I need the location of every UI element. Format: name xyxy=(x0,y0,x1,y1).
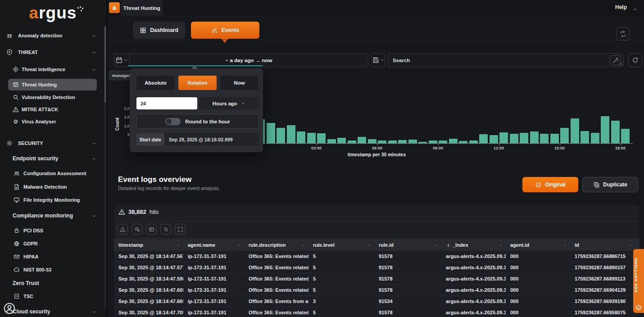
tab-events[interactable]: Events xyxy=(191,22,259,39)
histogram-bar[interactable] xyxy=(591,133,599,143)
sidebar-item-cloud-security[interactable]: Cloud security xyxy=(0,306,107,317)
histogram-bar[interactable] xyxy=(571,118,579,143)
relative-unit-select[interactable]: Hours ago xyxy=(199,97,259,109)
sidebar-scrollbar-thumb[interactable] xyxy=(104,26,106,103)
histogram-bar[interactable] xyxy=(449,139,458,143)
table-cell: 1759236287.66939190 xyxy=(570,299,635,304)
table-cell: ip-172-31-37-191 xyxy=(183,276,244,281)
histogram-bar[interactable] xyxy=(560,128,569,143)
date-tab-relative[interactable]: Relative xyxy=(178,76,217,90)
sidebar-item-pci-dss[interactable]: PCI DSS xyxy=(0,225,107,236)
resize-grip[interactable] xyxy=(619,63,623,66)
topbar-tab-threat-hunting[interactable]: Threat Hunting xyxy=(121,0,163,16)
histogram-bar[interactable] xyxy=(530,131,539,143)
sidebar-item-file-integrity-monitoring[interactable]: File Integrity Monitoring xyxy=(0,194,107,206)
histogram-bar[interactable] xyxy=(601,116,609,143)
sidebar-item-compliance-monitoring[interactable]: Compliance monitoring xyxy=(0,210,107,222)
histogram-bar[interactable] xyxy=(540,134,549,143)
sidebar-item-threat-hunting[interactable]: Threat Hunting xyxy=(8,79,97,91)
sidebar-item-endpoint-security[interactable]: Endpoint security xyxy=(0,153,107,164)
sidebar-item-hipaa[interactable]: HIPAA xyxy=(0,251,107,263)
table-row[interactable]: Sep 30, 2025 @ 18:14:47.598ip-172-31-37-… xyxy=(114,273,639,285)
column-header-index[interactable]: _Index xyxy=(441,242,506,248)
search-input[interactable] xyxy=(388,54,623,67)
table-cell: 000 xyxy=(506,265,570,270)
saved-query-button[interactable] xyxy=(372,53,385,67)
histogram-bar[interactable] xyxy=(297,131,305,143)
sidebar-item-vulnerability-detection[interactable]: Vulnerability Detection xyxy=(0,91,107,103)
search-bar xyxy=(388,53,624,67)
table-row[interactable]: Sep 30, 2025 @ 18:14:47.567ip-172-31-37-… xyxy=(114,251,639,262)
histogram-bar[interactable] xyxy=(479,134,488,143)
histogram-bar[interactable] xyxy=(317,133,326,143)
refresh-button[interactable] xyxy=(628,53,642,67)
logo-dots-decoration xyxy=(77,7,79,9)
histogram-bar[interactable] xyxy=(490,135,498,143)
column-header-id[interactable]: id xyxy=(570,242,635,248)
histogram-bar[interactable] xyxy=(327,139,336,143)
date-range-text[interactable]: ~ a day ago → now xyxy=(130,58,368,63)
histogram-bar[interactable] xyxy=(510,134,518,144)
user-avatar-icon[interactable] xyxy=(3,302,16,315)
histogram-bar[interactable] xyxy=(358,137,366,143)
alerts-button[interactable] xyxy=(117,224,128,235)
table-cell: ip-172-31-37-191 xyxy=(183,254,244,259)
sidebar-item-threat-intelligence[interactable]: Threat intelligence xyxy=(0,63,107,75)
chevron-up-icon[interactable] xyxy=(632,5,638,13)
date-tab-now[interactable]: Now xyxy=(220,76,259,90)
sidebar-item-malware-detection[interactable]: Malware Detection xyxy=(0,181,107,193)
layout-swap-button[interactable] xyxy=(616,27,630,41)
histogram-bar[interactable] xyxy=(307,133,316,143)
hits-count: 38,882 xyxy=(128,208,146,215)
histogram-bar[interactable] xyxy=(267,123,275,143)
sidebar-item-tsc[interactable]: TSC xyxy=(0,290,107,302)
column-header-agent-name[interactable]: agent.name xyxy=(183,242,244,248)
column-header-rule-description[interactable]: rule.description xyxy=(244,242,308,248)
fullscreen-button[interactable] xyxy=(175,224,186,235)
date-tab-absolute[interactable]: Absolute xyxy=(136,76,175,90)
histogram-bar[interactable] xyxy=(287,125,295,143)
sidebar-item-anomaly-detection[interactable]: Anomaly detection xyxy=(0,30,107,41)
histogram-bar[interactable] xyxy=(398,140,407,143)
columns-button[interactable] xyxy=(146,224,157,235)
table-row[interactable]: Sep 30, 2025 @ 18:14:47.608ip-172-31-37-… xyxy=(114,285,639,296)
histogram-bar[interactable] xyxy=(611,121,620,143)
column-header-agent-id[interactable]: agent.id xyxy=(506,242,570,248)
sort-fields-button[interactable] xyxy=(160,224,171,235)
sidebar-item-nist-800-53[interactable]: NIST 800-53 xyxy=(0,264,107,276)
histogram-bar[interactable] xyxy=(520,133,528,143)
histogram-bar[interactable] xyxy=(621,129,630,143)
column-header-timestamp[interactable]: timestamp xyxy=(114,242,183,248)
histogram-bar[interactable] xyxy=(581,131,589,143)
sidebar: argus Anomaly detectionTHREATThreat inte… xyxy=(0,0,107,317)
ask-anything-button[interactable]: ASK ANYTHING xyxy=(633,249,644,313)
date-picker-calendar-button[interactable] xyxy=(114,54,130,67)
relative-amount-input[interactable] xyxy=(136,97,197,109)
sidebar-item-virus-analyser[interactable]: Virus Analyser xyxy=(0,116,107,127)
histogram-bar[interactable] xyxy=(337,138,346,143)
auto-refresh-button[interactable] xyxy=(132,224,142,235)
original-button[interactable]: Original xyxy=(522,177,578,192)
help-button[interactable]: Help xyxy=(615,4,627,10)
table-row[interactable]: Sep 30, 2025 @ 18:14:47.577ip-172-31-37-… xyxy=(114,262,639,273)
table-row[interactable]: Sep 30, 2025 @ 18:14:47.709ip-172-31-37-… xyxy=(114,307,639,317)
sidebar-item-configuration-assessment[interactable]: Configuration Assessment xyxy=(0,168,107,179)
histogram-bar[interactable] xyxy=(408,140,417,143)
gear-icon xyxy=(6,140,13,146)
sidebar-item-gdpr[interactable]: GDPR xyxy=(0,238,107,249)
sidebar-item-mitre-att-ck[interactable]: MITRE ATT&CK xyxy=(0,104,107,115)
histogram-bar[interactable] xyxy=(499,132,508,143)
sidebar-item-zero-trust[interactable]: Zero Trust xyxy=(0,277,107,289)
sidebar-item-threat[interactable]: THREAT xyxy=(0,46,107,58)
histogram-bar[interactable] xyxy=(368,139,376,143)
round-to-hour-toggle[interactable] xyxy=(165,118,181,125)
duplicate-button[interactable]: Duplicate xyxy=(582,177,638,192)
histogram-bar[interactable] xyxy=(550,134,559,143)
app-logo-icon[interactable]: a xyxy=(109,2,120,13)
column-header-rule-id[interactable]: rule.id xyxy=(374,242,441,248)
tab-dashboard[interactable]: Dashboard xyxy=(133,22,185,39)
column-header-rule-level[interactable]: rule.level xyxy=(308,242,374,248)
table-row[interactable]: Sep 30, 2025 @ 18:14:47.669ip-172-31-37-… xyxy=(114,296,639,307)
sidebar-item-security[interactable]: SECURITY xyxy=(0,137,107,149)
histogram-bar[interactable] xyxy=(277,128,285,143)
